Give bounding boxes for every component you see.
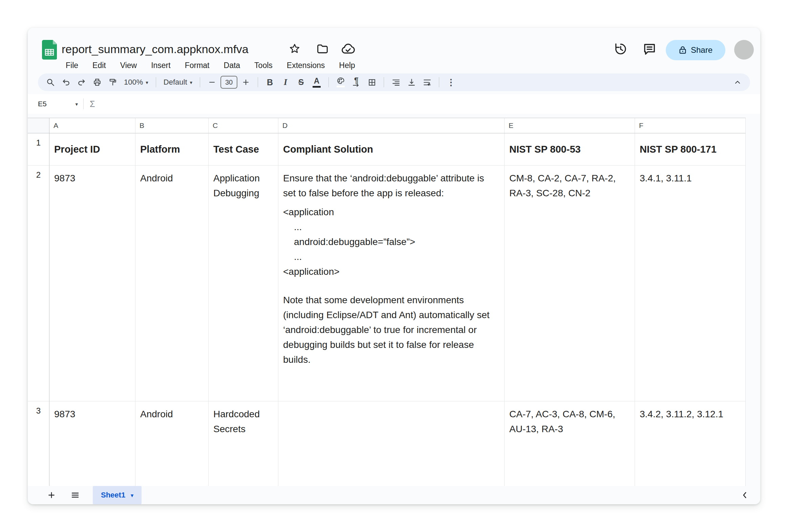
toolbar: 100%▾ Default▾ 30 B I S A bbox=[38, 73, 750, 91]
cell-b3[interactable]: Android bbox=[135, 401, 209, 486]
text-color-button[interactable]: A bbox=[310, 75, 324, 89]
italic-button[interactable]: I bbox=[278, 75, 293, 89]
cell-c2[interactable]: Application Debugging bbox=[209, 165, 278, 401]
bold-button[interactable]: B bbox=[263, 75, 277, 89]
text-rotation-button[interactable]: ¶ bbox=[349, 75, 363, 89]
horizontal-align-button[interactable] bbox=[389, 75, 403, 89]
column-header-e[interactable]: E bbox=[505, 118, 635, 133]
row-header-3[interactable]: 3 bbox=[28, 401, 49, 486]
chevron-down-icon: ▾ bbox=[75, 102, 78, 107]
chevron-up-icon bbox=[736, 81, 740, 83]
sheet-tab-bar: Sheet1 ▾ bbox=[28, 486, 760, 504]
toolbar-divider bbox=[384, 77, 384, 87]
menu-tools[interactable]: Tools bbox=[252, 60, 275, 71]
cell-a2[interactable]: 9873 bbox=[49, 165, 135, 401]
cell-e3[interactable]: CA-7, AC-3, CA-8, CM-6, AU-13, RA-3 bbox=[505, 401, 635, 486]
cell-d1[interactable]: Compliant Solution bbox=[278, 133, 505, 165]
sheet-tab-label: Sheet1 bbox=[101, 491, 125, 500]
fill-color-icon bbox=[337, 77, 345, 87]
compliant-solution-paragraph-1: Ensure that the ‘android:debuggable’ att… bbox=[283, 171, 492, 201]
version-history-button[interactable] bbox=[612, 41, 629, 57]
redo-button[interactable] bbox=[75, 75, 89, 89]
toolbar-divider bbox=[439, 77, 439, 87]
decrease-font-size-button[interactable] bbox=[205, 75, 219, 89]
cell-d2[interactable]: Ensure that the ‘android:debuggable’ att… bbox=[278, 165, 505, 401]
grid-corner-cell[interactable] bbox=[28, 118, 49, 133]
name-box[interactable]: E5 ▾ bbox=[38, 100, 78, 108]
column-header-f[interactable]: F bbox=[635, 118, 746, 133]
compliant-solution-paragraph-2: Note that some development environments … bbox=[283, 293, 492, 367]
document-status-button[interactable] bbox=[341, 41, 356, 56]
print-button[interactable] bbox=[90, 75, 104, 89]
share-button[interactable]: Share bbox=[666, 40, 725, 60]
scroll-tabs-left-button[interactable] bbox=[737, 487, 753, 503]
menu-data[interactable]: Data bbox=[221, 60, 243, 71]
row-header-1[interactable]: 1 bbox=[28, 133, 49, 165]
cell-b1[interactable]: Platform bbox=[135, 133, 209, 165]
cell-d3[interactable] bbox=[278, 401, 505, 486]
borders-button[interactable] bbox=[365, 75, 379, 89]
all-sheets-button[interactable] bbox=[67, 487, 83, 503]
menu-file[interactable]: File bbox=[63, 60, 81, 71]
sheets-logo-icon[interactable] bbox=[42, 40, 57, 60]
menu-view[interactable]: View bbox=[118, 60, 140, 71]
star-icon bbox=[290, 44, 299, 52]
chevron-left-icon bbox=[744, 492, 746, 497]
row-header-2[interactable]: 2 bbox=[28, 165, 49, 401]
column-header-c[interactable]: C bbox=[209, 118, 278, 133]
menu-extensions[interactable]: Extensions bbox=[284, 60, 328, 71]
vertical-align-button[interactable] bbox=[404, 75, 419, 89]
zoom-select[interactable]: 100%▾ bbox=[121, 78, 151, 87]
chevron-down-icon: ▾ bbox=[146, 80, 148, 85]
more-options-button[interactable]: ⋮ bbox=[444, 75, 458, 89]
undo-button[interactable] bbox=[59, 75, 73, 89]
font-select[interactable]: Default▾ bbox=[161, 78, 195, 87]
toolbar-divider bbox=[258, 77, 258, 87]
column-header-a[interactable]: A bbox=[49, 118, 135, 133]
menu-format[interactable]: Format bbox=[182, 60, 212, 71]
cloud-icon bbox=[342, 44, 355, 53]
folder-icon bbox=[318, 45, 327, 53]
cell-e2[interactable]: CM-8, CA-2, CA-7, RA-2, RA-3, SC-28, CN-… bbox=[505, 165, 635, 401]
font-size-input[interactable]: 30 bbox=[220, 76, 237, 89]
text-rotation-icon: ¶ bbox=[353, 77, 360, 87]
toolbar-divider bbox=[328, 77, 329, 87]
menu-edit[interactable]: Edit bbox=[90, 60, 109, 71]
sheet-tab-sheet1[interactable]: Sheet1 ▾ bbox=[93, 486, 142, 504]
formula-bar-divider bbox=[83, 98, 84, 109]
cell-f2[interactable]: 3.4.1, 3.11.1 bbox=[635, 165, 746, 401]
strikethrough-button[interactable]: S bbox=[294, 75, 308, 89]
cell-b2[interactable]: Android bbox=[135, 165, 209, 401]
cell-c1[interactable]: Test Case bbox=[209, 133, 278, 165]
fill-color-button[interactable] bbox=[334, 75, 348, 89]
share-label: Share bbox=[691, 45, 712, 55]
comments-button[interactable] bbox=[641, 41, 658, 57]
cell-a3[interactable]: 9873 bbox=[49, 401, 135, 486]
toolbar-divider bbox=[156, 77, 156, 87]
cell-a1[interactable]: Project ID bbox=[49, 133, 135, 165]
active-cell-reference: E5 bbox=[38, 100, 47, 108]
cell-c3[interactable]: Hardcoded Secrets bbox=[209, 401, 278, 486]
menu-insert[interactable]: Insert bbox=[148, 60, 173, 71]
move-folder-button[interactable] bbox=[315, 41, 330, 56]
text-color-icon: A bbox=[313, 77, 321, 88]
search-button[interactable] bbox=[43, 75, 58, 89]
toolbar-divider bbox=[200, 77, 200, 87]
compliant-solution-code: <application ... android:debuggable=”fal… bbox=[283, 205, 492, 279]
column-header-d[interactable]: D bbox=[278, 118, 505, 133]
column-header-b[interactable]: B bbox=[135, 118, 209, 133]
star-button[interactable] bbox=[287, 41, 302, 56]
text-wrapping-button[interactable] bbox=[420, 75, 434, 89]
cell-e1[interactable]: NIST SP 800-53 bbox=[505, 133, 635, 165]
document-title[interactable]: report_summary_com.appknox.mfva bbox=[62, 43, 249, 56]
chevron-down-icon: ▾ bbox=[190, 80, 193, 85]
collapse-toolbar-button[interactable] bbox=[730, 75, 745, 89]
cell-f3[interactable]: 3.4.2, 3.11.2, 3.12.1 bbox=[635, 401, 746, 486]
user-avatar[interactable] bbox=[734, 40, 754, 60]
add-sheet-button[interactable] bbox=[43, 487, 60, 503]
functions-icon[interactable]: Σ bbox=[90, 99, 95, 109]
cell-f1[interactable]: NIST SP 800-171 bbox=[635, 133, 746, 165]
paint-format-button[interactable] bbox=[106, 75, 120, 89]
increase-font-size-button[interactable] bbox=[239, 75, 253, 89]
menu-help[interactable]: Help bbox=[336, 60, 358, 71]
